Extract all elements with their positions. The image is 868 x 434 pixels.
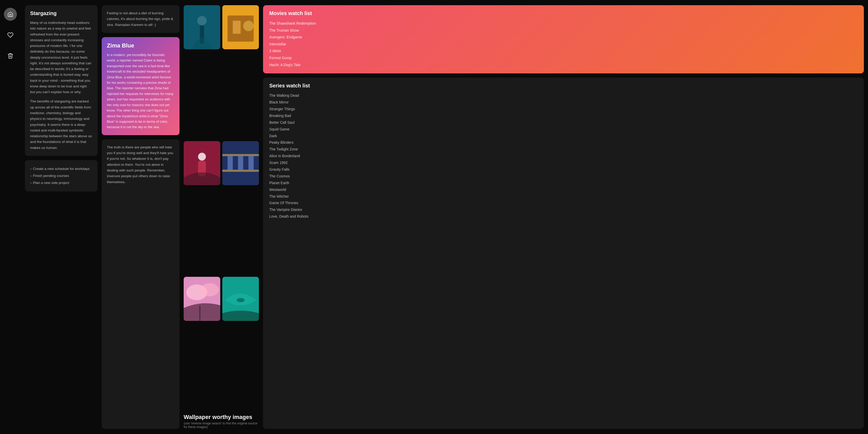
wallpaper-img-4 <box>222 141 259 185</box>
series-list: The Walking Dead Black Mirror Stranger T… <box>269 92 858 220</box>
svg-rect-15 <box>249 156 254 169</box>
svg-rect-5 <box>233 21 241 34</box>
wallpaper-img-1 <box>184 5 220 49</box>
todo-list: – Create a new schedule for workdays – F… <box>30 165 92 186</box>
movies-watchlist-card: Movies watch list The Shawshank Redempti… <box>263 5 864 73</box>
svg-point-21 <box>237 298 244 302</box>
wallpaper-img-3 <box>184 141 220 185</box>
series-item-15: Westworld <box>269 187 858 193</box>
movie-item-4: Interstellar <box>269 41 858 48</box>
heart-nav-item[interactable] <box>4 29 17 41</box>
series-item-11: Scam 1992 <box>269 159 858 166</box>
stargazing-card: Stargazing Many of us instinctively head… <box>25 5 97 156</box>
column-4: Movies watch list The Shawshank Redempti… <box>263 5 864 429</box>
series-item-8: Peaky Blinders <box>269 139 858 146</box>
wallpaper-heading: Wallpaper worthy images <box>184 414 259 421</box>
svg-rect-12 <box>222 169 259 172</box>
svg-rect-11 <box>222 154 259 156</box>
svg-point-1 <box>197 16 207 25</box>
series-item-1: The Walking Dead <box>269 92 858 99</box>
series-item-12: Gravity Falls <box>269 166 858 173</box>
movie-item-1: The Shawshank Redemption <box>269 20 858 27</box>
movies-list: The Shawshank Redemption The Truman Show… <box>269 20 858 68</box>
series-item-3: Stranger Things <box>269 106 858 113</box>
zima-card: Zima Blue In a modern, yet incredibly fa… <box>102 37 180 135</box>
quote-text-1: Fasting is not about a diet of burning c… <box>107 11 173 27</box>
stargazing-title: Stargazing <box>30 10 92 17</box>
svg-point-6 <box>243 21 254 31</box>
todo-item-1: – Create a new schedule for workdays <box>30 165 92 172</box>
column-2: Fasting is not about a diet of burning c… <box>102 5 180 429</box>
wallpaper-img-6 <box>222 277 259 321</box>
movie-item-6: Forrest Gump <box>269 55 858 61</box>
todo-card: – Create a new schedule for workdays – F… <box>25 160 97 191</box>
movies-watchlist-title: Movies watch list <box>269 10 858 17</box>
wallpaper-label: Wallpaper worthy images (use 'reverse im… <box>184 413 259 429</box>
series-item-18: The Vampire Diaries <box>269 207 858 213</box>
svg-rect-19 <box>199 306 200 321</box>
todo-item-3: – Plan a new side project <box>30 179 92 186</box>
svg-rect-14 <box>238 156 243 169</box>
quote-text-2: The truth is there are people who will h… <box>107 145 173 184</box>
image-grid <box>184 5 259 411</box>
movie-item-2: The Truman Show <box>269 27 858 34</box>
series-item-6: Squid Game <box>269 126 858 133</box>
movie-item-3: Avengers: Endgame <box>269 34 858 41</box>
series-item-7: Dark <box>269 133 858 140</box>
wallpaper-img-2 <box>222 5 259 49</box>
todo-item-2: – Finish pending courses <box>30 172 92 179</box>
series-item-9: The Twilight Zone <box>269 146 858 153</box>
movie-item-5: 3 Idiots <box>269 48 858 55</box>
svg-point-18 <box>200 283 219 296</box>
series-watchlist-card: Series watch list The Walking Dead Black… <box>263 78 864 429</box>
series-item-4: Breaking Bad <box>269 113 858 119</box>
quote-card-1: Fasting is not about a diet of burning c… <box>102 5 180 33</box>
column-3: Wallpaper worthy images (use 'reverse im… <box>184 5 259 429</box>
stargazing-para2: The benefits of stargazing are backed up… <box>30 99 92 151</box>
series-item-16: The Witcher <box>269 193 858 200</box>
zima-title: Zima Blue <box>107 42 174 49</box>
movie-item-7: Hachi: A Dog's Tale <box>269 61 858 68</box>
series-watchlist-title: Series watch list <box>269 83 858 89</box>
series-item-14: Planet Earth <box>269 180 858 187</box>
series-item-19: Love, Death and Robots <box>269 213 858 220</box>
stargazing-para1: Many of us instinctively head outdoors i… <box>30 20 92 95</box>
quote-card-2: The truth is there are people who will h… <box>102 139 180 429</box>
sidebar <box>0 0 21 434</box>
series-item-2: Black Mirror <box>269 99 858 106</box>
trash-nav-item[interactable] <box>4 49 17 62</box>
svg-point-8 <box>198 153 206 160</box>
stargazing-body: Many of us instinctively head outdoors i… <box>30 20 92 151</box>
zima-text: In a modern, yet incredibly far futurist… <box>107 52 174 130</box>
series-item-10: Alice In Borderland <box>269 153 858 159</box>
wallpaper-img-5 <box>184 277 220 321</box>
series-item-5: Better Call Saul <box>269 119 858 126</box>
series-item-17: Game Of Thrones <box>269 200 858 207</box>
home-nav-item[interactable] <box>4 8 17 21</box>
main-content: Stargazing Many of us instinctively head… <box>21 0 868 434</box>
column-1: Stargazing Many of us instinctively head… <box>25 5 97 429</box>
svg-rect-13 <box>227 156 233 169</box>
wallpaper-subtext: (use 'reverse image search' to find the … <box>184 422 259 429</box>
series-item-13: The Cosmos <box>269 173 858 180</box>
